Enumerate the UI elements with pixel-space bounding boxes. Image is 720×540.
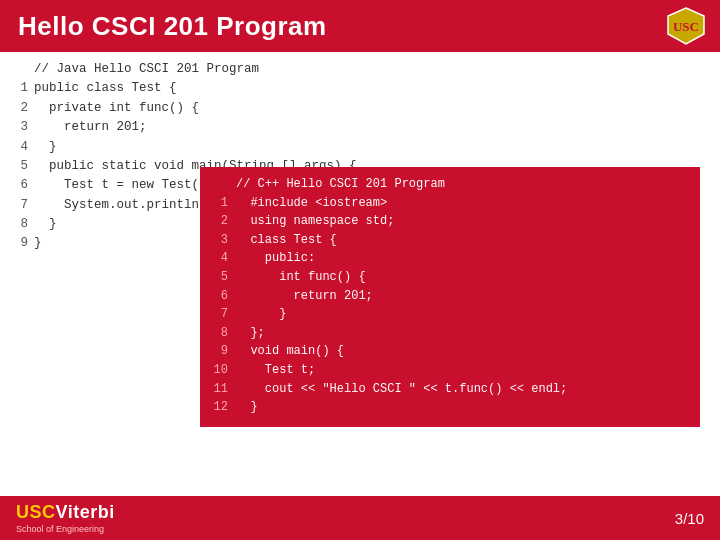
code-line: 11 cout << "Hello CSCI " << t.func() << … [210, 380, 688, 399]
usc-text: USC [16, 502, 56, 522]
code-line: 3 class Test { [210, 231, 688, 250]
code-line: 9 void main() { [210, 342, 688, 361]
code-line: 10 Test t; [210, 361, 688, 380]
code-comment-line: // Java Hello CSCI 201 Program [10, 60, 390, 79]
code-line: 4 public: [210, 249, 688, 268]
code-line: 8 }; [210, 324, 688, 343]
svg-text:USC: USC [673, 19, 699, 34]
code-line: 6 return 201; [210, 287, 688, 306]
code-line: 7 } [210, 305, 688, 324]
footer-logo: USCViterbi School of Engineering [16, 502, 115, 534]
slide-number: 3/10 [675, 510, 704, 527]
code-line: 1 public class Test { [10, 79, 390, 98]
code-line: 2 using namespace std; [210, 212, 688, 231]
usc-viterbi-logo: USCViterbi [16, 502, 115, 523]
page-title: Hello CSCI 201 Program [18, 11, 327, 42]
code-comment-line-cpp: // C++ Hello CSCI 201 Program [210, 175, 688, 194]
footer: USCViterbi School of Engineering 3/10 [0, 496, 720, 540]
code-line: 3 return 201; [10, 118, 390, 137]
header: Hello CSCI 201 Program USC [0, 0, 720, 52]
code-line: 4 } [10, 138, 390, 157]
school-label: School of Engineering [16, 524, 115, 534]
code-line: 1 #include <iostream> [210, 194, 688, 213]
usc-logo-icon: USC [666, 6, 706, 46]
main-content: // Java Hello CSCI 201 Program 1 public … [0, 52, 720, 496]
code-line: 2 private int func() { [10, 99, 390, 118]
cpp-code-panel: // C++ Hello CSCI 201 Program 1 #include… [200, 167, 700, 427]
code-line: 5 int func() { [210, 268, 688, 287]
code-line: 12 } [210, 398, 688, 417]
viterbi-text: Viterbi [56, 502, 115, 522]
